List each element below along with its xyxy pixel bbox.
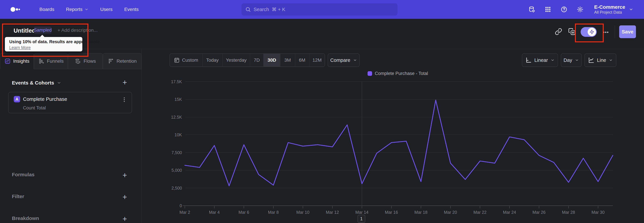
chart-panel: CustomTodayYesterday7D30D3M6M12M Compare… <box>142 49 644 223</box>
more-options-icon[interactable] <box>602 29 610 36</box>
svg-text:Mar 12: Mar 12 <box>326 210 339 214</box>
svg-text:Mar 18: Mar 18 <box>414 210 428 214</box>
report-tabs: Insights Funnels Flows Retention <box>0 53 142 69</box>
search-input[interactable] <box>242 3 398 16</box>
event-name: Complete Purchase <box>23 96 67 102</box>
event-row-complete-purchase[interactable]: A Complete Purchase Count Total <box>8 92 132 113</box>
nav-item-boards[interactable]: Boards <box>40 7 54 12</box>
tab-label: Flows <box>84 58 96 64</box>
search-icon <box>245 7 251 12</box>
nav-item-events[interactable]: Events <box>124 7 139 12</box>
nav-item-users[interactable]: Users <box>100 7 112 12</box>
add-formula-button[interactable]: + <box>120 170 130 180</box>
tab-retention[interactable]: Retention <box>103 53 142 69</box>
tab-label: Funnels <box>47 58 64 64</box>
help-icon[interactable] <box>561 6 567 13</box>
nav-links: Boards Reports Users Events <box>40 7 139 12</box>
svg-text:Mar 22: Mar 22 <box>474 210 486 214</box>
toolbar-divider <box>615 25 615 38</box>
svg-text:Mar 14: Mar 14 <box>355 210 368 214</box>
report-title-bar: Untitled Sampled + Add description... Sa… <box>0 19 644 49</box>
add-description[interactable]: + Add description... <box>58 28 98 33</box>
line-chart[interactable]: 02,5005,0007,50010K12.5K15K17.5KMar 2Mar… <box>142 49 644 223</box>
tab-insights[interactable]: Insights <box>0 53 34 69</box>
chevron-down-icon <box>57 81 61 85</box>
sampled-badge[interactable]: Sampled <box>34 27 52 34</box>
svg-text:12.5K: 12.5K <box>171 115 182 120</box>
svg-text:2,500: 2,500 <box>172 186 182 190</box>
event-kebab-menu-icon[interactable] <box>121 97 127 103</box>
svg-text:Mar 4: Mar 4 <box>209 210 220 214</box>
query-sidebar: Insights Funnels Flows Retention Events … <box>0 49 142 223</box>
chevron-down-icon <box>84 8 88 12</box>
top-nav: Boards Reports Users Events E-Commerce A… <box>0 0 644 19</box>
nav-item-label: Events <box>124 7 139 12</box>
project-scope: All Project Data <box>594 10 625 15</box>
svg-text:Mar 24: Mar 24 <box>503 210 516 214</box>
retention-icon <box>108 58 114 64</box>
svg-text:15K: 15K <box>174 97 182 102</box>
sampling-tooltip: Using 10% of data. Results are approxima… <box>5 37 82 51</box>
project-switcher[interactable]: E-Commerce All Project Data <box>594 4 633 15</box>
nav-item-reports[interactable]: Reports <box>66 7 88 12</box>
event-letter-badge: A <box>14 96 20 102</box>
nav-item-label: Boards <box>40 7 54 12</box>
tab-label: Retention <box>116 58 137 64</box>
svg-text:Mar 28: Mar 28 <box>562 210 575 214</box>
nav-item-label: Reports <box>66 7 82 12</box>
svg-text:0: 0 <box>180 203 182 208</box>
duplicate-report-icon[interactable] <box>568 28 576 35</box>
svg-text:Mar 6: Mar 6 <box>238 210 249 214</box>
event-metric[interactable]: Count Total <box>23 105 46 110</box>
breakdown-section: Breakdown + <box>0 214 142 223</box>
project-name: E-Commerce <box>594 4 625 10</box>
save-button[interactable]: Save <box>619 25 636 38</box>
tab-flows[interactable]: Flows <box>68 53 103 69</box>
formulas-section: Formulas + <box>0 170 142 180</box>
svg-text:7,500: 7,500 <box>172 150 182 155</box>
events-cohorts-label: Events & Cohorts <box>12 80 54 86</box>
svg-text:17.5K: 17.5K <box>171 79 182 84</box>
events-cohorts-header[interactable]: Events & Cohorts <box>12 80 61 86</box>
apps-grid-icon[interactable] <box>544 6 551 13</box>
tab-funnels[interactable]: Funnels <box>34 53 68 69</box>
add-filter-button[interactable]: + <box>120 192 130 202</box>
tooltip-caret <box>40 35 45 37</box>
svg-text:Mar 26: Mar 26 <box>532 210 546 214</box>
chevron-down-icon <box>629 7 633 12</box>
insights-icon <box>4 58 10 64</box>
svg-text:Mar 2: Mar 2 <box>180 210 190 214</box>
svg-text:Mar 10: Mar 10 <box>296 210 310 214</box>
data-management-icon[interactable] <box>528 6 535 13</box>
filter-section: Filter + <box>0 192 142 202</box>
svg-text:10K: 10K <box>174 133 182 137</box>
quick-insights-toggle[interactable] <box>580 27 597 37</box>
svg-text:Mar 16: Mar 16 <box>385 210 398 214</box>
flows-icon <box>75 58 81 64</box>
mixpanel-logo[interactable] <box>10 5 30 14</box>
svg-text:Mar 30: Mar 30 <box>592 210 604 214</box>
funnels-icon <box>38 58 44 64</box>
settings-gear-icon[interactable] <box>577 6 584 13</box>
tooltip-text: Using 10% of data. Results are approxima… <box>9 39 101 44</box>
copy-link-icon[interactable] <box>555 28 562 35</box>
nav-item-label: Users <box>100 7 112 12</box>
search <box>242 3 398 16</box>
annotation-marker[interactable]: 1 <box>358 215 365 223</box>
nav-right-cluster: E-Commerce All Project Data <box>528 0 644 19</box>
formulas-label: Formulas <box>12 172 34 177</box>
svg-text:Mar 20: Mar 20 <box>444 210 457 214</box>
add-breakdown-button[interactable]: + <box>120 214 130 223</box>
filter-label: Filter <box>12 194 24 199</box>
lightning-bolt-icon <box>588 28 596 36</box>
svg-text:Mar 8: Mar 8 <box>268 210 279 214</box>
add-event-button[interactable]: + <box>120 78 130 87</box>
tab-label: Insights <box>13 58 30 64</box>
learn-more-link[interactable]: Learn More <box>9 45 31 50</box>
report-title[interactable]: Untitled <box>14 27 36 34</box>
svg-text:5,000: 5,000 <box>172 168 182 173</box>
breakdown-label: Breakdown <box>12 215 39 221</box>
